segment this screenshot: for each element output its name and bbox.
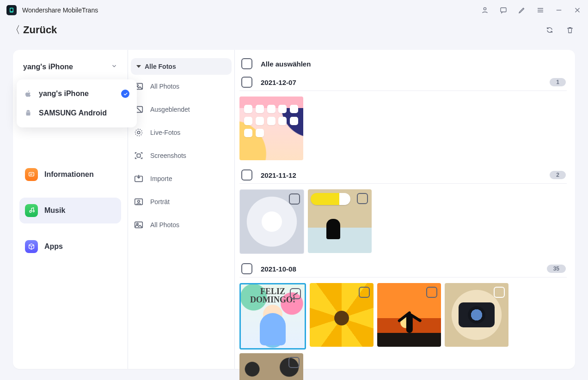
album-item-imports[interactable]: Importe [134, 174, 229, 184]
thumb-row: FELIZDOMINGO! [239, 277, 567, 380]
date-group-label: 2021-12-07 [261, 78, 296, 86]
device-option-label: SAMSUNG Android [39, 109, 107, 117]
triangle-down-icon [136, 65, 141, 68]
apple-icon [24, 90, 32, 98]
date-group-checkbox[interactable] [241, 77, 252, 88]
photo-thumbnail[interactable] [445, 283, 508, 347]
photo-thumbnail[interactable] [239, 189, 304, 254]
feedback-icon[interactable] [499, 6, 508, 14]
svg-rect-5 [29, 172, 34, 176]
device-option-label: yang's iPhone [39, 90, 89, 98]
album-item-screenshots[interactable]: Screenshots [134, 151, 229, 161]
content-toolbar [545, 26, 574, 34]
svg-point-10 [137, 131, 140, 134]
photo-checkbox[interactable] [290, 288, 301, 299]
device-dropdown[interactable]: yang's iPhone [17, 59, 124, 75]
minimize-icon[interactable] [555, 6, 563, 14]
album-sidebar: Alle Fotos All Photos Ausgeblendet Live-… [128, 50, 235, 369]
photo-checkbox[interactable] [288, 357, 300, 368]
sidebar-item-apps[interactable]: Apps [19, 234, 121, 259]
screenshot-icon [134, 151, 144, 161]
app-title: Wondershare MobileTrans [22, 6, 98, 14]
svg-point-6 [33, 211, 34, 212]
photo-checkbox[interactable] [426, 287, 437, 298]
select-all-row: Alle auswählen [239, 56, 567, 70]
sidebar-item-musik[interactable]: Musik [19, 198, 121, 223]
device-dropdown-menu: yang's iPhone SAMSUNG Android [17, 79, 137, 127]
album-item-label: Live-Fotos [150, 129, 180, 136]
decor [468, 306, 485, 324]
date-group-row: 2021-10-08 35 [239, 261, 567, 277]
date-group-count: 2 [550, 171, 566, 179]
edit-icon[interactable] [518, 6, 526, 14]
date-group-checkbox[interactable] [241, 169, 252, 181]
sidebar-item-label: Apps [44, 242, 63, 251]
thumb-row [239, 184, 567, 257]
category-list: Videos Informationen Musik Apps [17, 126, 124, 259]
svg-point-11 [135, 129, 142, 136]
sidebar-item-label: Informationen [44, 170, 94, 179]
back-button[interactable]: 〈 Zurück [10, 23, 57, 37]
device-option-iphone[interactable]: yang's iPhone [19, 84, 134, 103]
album-item-live[interactable]: Live-Fotos [134, 127, 229, 138]
album-item-label: Ausgeblendet [150, 106, 190, 113]
decor [244, 105, 299, 137]
svg-rect-4 [29, 137, 32, 140]
album-item-all-photos[interactable]: All Photos [134, 81, 229, 91]
album-item-label: All Photos [150, 83, 179, 90]
device-selected-label: yang's iPhone [23, 63, 73, 71]
photo-checkbox[interactable] [494, 287, 505, 298]
decor [260, 313, 286, 345]
sidebar-item-informationen[interactable]: Informationen [19, 162, 121, 187]
delete-icon[interactable] [566, 26, 574, 34]
video-icon [25, 132, 38, 145]
select-all-label: Alle auswählen [261, 60, 311, 68]
close-icon[interactable] [573, 6, 582, 14]
svg-rect-1 [11, 9, 13, 12]
photo-checkbox[interactable] [357, 193, 368, 204]
date-group-row: 2021-12-07 1 [239, 75, 567, 91]
app-logo [6, 5, 17, 15]
photo-checkbox[interactable] [289, 193, 300, 205]
main-card: yang's iPhone yang's iPhone SAMSUNG Andr… [13, 50, 575, 369]
photo-checkbox[interactable] [359, 287, 370, 298]
album-item-label: Screenshots [150, 152, 186, 159]
album-item-all-photos-2[interactable]: All Photos [134, 220, 229, 230]
thumb-row [239, 91, 567, 163]
message-icon [25, 168, 38, 181]
svg-point-15 [138, 200, 140, 203]
portrait-icon [134, 197, 144, 207]
livephoto-icon [134, 127, 144, 138]
chevron-down-icon [111, 63, 117, 71]
select-all-checkbox[interactable] [241, 58, 252, 69]
album-item-label: Importe [150, 175, 172, 182]
photo-thumbnail[interactable] [308, 189, 372, 253]
chevron-left-icon: 〈 [10, 23, 20, 37]
album-list: All Photos Ausgeblendet Live-Fotos Scree… [131, 81, 232, 230]
album-header[interactable]: Alle Fotos [131, 58, 232, 75]
album-item-portrait[interactable]: Porträt [134, 197, 229, 207]
album-item-hidden[interactable]: Ausgeblendet [134, 104, 229, 115]
cube-icon [25, 240, 38, 253]
refresh-icon[interactable] [545, 26, 554, 34]
android-icon [24, 109, 32, 117]
photo-thumbnail[interactable] [239, 353, 303, 380]
date-group-count: 1 [550, 78, 566, 86]
photo-thumbnail[interactable] [310, 283, 374, 347]
device-option-android[interactable]: SAMSUNG Android [19, 103, 134, 123]
photo-thumbnail[interactable]: FELIZDOMINGO! [239, 283, 306, 350]
photo-thumbnail[interactable] [239, 97, 303, 160]
decor [326, 219, 340, 239]
account-icon[interactable] [481, 6, 489, 14]
album-item-label: Porträt [150, 198, 170, 205]
window-controls [481, 6, 582, 14]
decor [311, 193, 350, 205]
photo-thumbnail[interactable] [377, 283, 441, 347]
back-row: 〈 Zurück [0, 20, 588, 37]
date-group-row: 2021-11-12 2 [239, 168, 567, 184]
music-icon [25, 204, 38, 217]
device-sidebar: yang's iPhone yang's iPhone SAMSUNG Andr… [13, 50, 128, 369]
date-group-checkbox[interactable] [241, 263, 252, 274]
menu-icon[interactable] [536, 6, 545, 14]
sidebar-item-label: Videos [44, 134, 68, 143]
